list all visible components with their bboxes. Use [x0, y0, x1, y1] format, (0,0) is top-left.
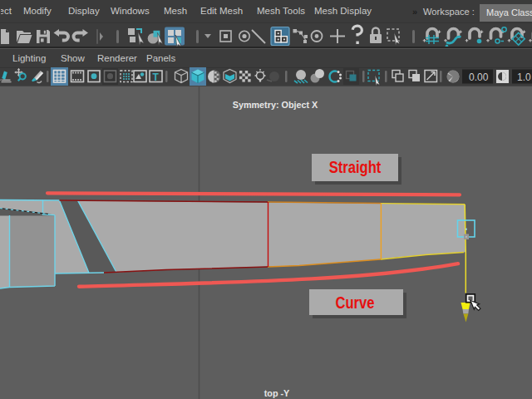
svg-text:Curve: Curve — [336, 294, 375, 313]
svg-text:1.0: 1.0 — [517, 71, 531, 83]
svg-text:Straight: Straight — [329, 159, 382, 177]
svg-text:0.00: 0.00 — [469, 71, 489, 83]
svg-text:top -Y: top -Y — [264, 388, 290, 398]
svg-text:T: T — [153, 71, 160, 83]
svg-text:Symmetry: Object X: Symmetry: Object X — [233, 100, 318, 110]
